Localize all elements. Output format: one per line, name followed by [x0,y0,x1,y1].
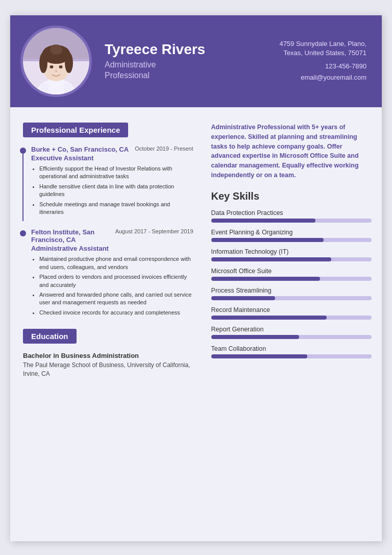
skills-list: Data Protection Practices Event Planning… [211,209,372,358]
exp-bullet: Placed orders to vendors and processed i… [39,273,193,289]
svg-point-10 [50,44,62,55]
skill-bar-fill [211,277,321,281]
exp-bullet: Efficiently support the Head of Investor… [39,165,193,181]
email: email@youremail.com [275,72,366,83]
avatar-wrapper [20,26,92,97]
education-list: Bachelor in Business Administration The … [23,352,193,378]
skill-label: Report Generation [211,326,372,333]
skill-label: Team Collaboration [211,345,372,352]
skill-bar-fill [211,296,276,300]
avatar [23,28,89,94]
education-header: Education [23,329,77,344]
skill-bar-bg [211,277,372,281]
skill-bar-bg [211,354,372,358]
skill-label: Process Streamlining [211,287,372,294]
experience-header: Professional Experience [23,123,128,137]
exp-header-row: Felton Institute, San Francisco, CA Augu… [31,228,193,244]
exp-bullet: Answered and forwarded phone calls, and … [39,291,193,307]
header-section: Tyreece Rivers Administrative Profession… [10,15,382,107]
skill-item: Report Generation [211,326,372,339]
candidate-title: Administrative Professional [105,60,264,81]
exp-dates: October 2019 - Present [135,146,193,152]
candidate-name: Tyreece Rivers [105,41,264,58]
exp-bullets: Maintained productive phone and email co… [31,255,193,317]
skill-bar-fill [211,238,324,242]
education-section: Education Bachelor in Business Administr… [23,329,193,378]
skill-item: Record Maintenance [211,306,372,320]
skill-label: Microsoft Office Suite [211,268,372,275]
svg-point-13 [55,70,57,72]
skill-item: Process Streamlining [211,287,372,300]
exp-bullet: Maintained productive phone and email co… [39,255,193,271]
skill-bar-bg [211,257,372,261]
skill-item: Event Planning & Organizing [211,229,372,242]
skill-bar-bg [211,238,372,242]
skill-label: Record Maintenance [211,306,372,313]
left-column: Professional Experience Burke + Co, San … [10,117,204,383]
svg-point-11 [50,65,54,68]
skill-bar-fill [211,335,300,339]
exp-line [22,153,23,221]
exp-role: Administrative Assistant [31,245,193,252]
exp-dot [20,230,26,236]
skill-bar-fill [211,257,332,261]
skill-item: Team Collaboration [211,345,372,358]
exp-company: Burke + Co, San Francisco, CA [31,146,129,153]
header-contact: 4759 Sunnydale Lane, Plano, Texas, Unite… [264,39,366,84]
education-entry: Bachelor in Business Administration The … [23,352,193,378]
exp-bullet: Schedule meetings and manage travel book… [39,201,193,216]
body-section: Professional Experience Burke + Co, San … [10,107,382,394]
edu-degree: Bachelor in Business Administration [23,352,193,359]
experience-entry: Felton Institute, San Francisco, CA Augu… [23,228,193,317]
exp-dates: August 2017 - September 2019 [115,228,193,234]
skill-item: Microsoft Office Suite [211,268,372,281]
address: 4759 Sunnydale Lane, Plano, Texas, Unite… [275,39,366,58]
experience-list: Burke + Co, San Francisco, CA October 20… [23,146,193,317]
skill-item: Information Technology (IT) [211,248,372,261]
edu-institution: The Paul Merage School of Business, Univ… [23,361,193,378]
exp-header-row: Burke + Co, San Francisco, CA October 20… [31,146,193,153]
experience-section: Professional Experience Burke + Co, San … [23,123,193,317]
skills-title: Key Skills [211,190,372,202]
summary-text: Administrative Professional with 5+ year… [211,123,372,180]
skill-label: Data Protection Practices [211,209,372,216]
skill-bar-bg [211,296,372,300]
resume-container: Tyreece Rivers Administrative Profession… [10,15,382,541]
experience-entry: Burke + Co, San Francisco, CA October 20… [23,146,193,216]
skill-bar-bg [211,335,372,339]
exp-company: Felton Institute, San Francisco, CA [31,228,111,244]
skill-bar-fill [211,219,315,223]
exp-bullet: Checked invoice records for accuracy and… [39,309,193,317]
skill-label: Information Technology (IT) [211,248,372,255]
skill-bar-fill [211,354,308,358]
exp-role: Executive Assistant [31,154,193,162]
skill-label: Event Planning & Organizing [211,229,372,236]
skill-item: Data Protection Practices [211,209,372,223]
exp-bullet: Handle sensitive client data in line wit… [39,183,193,199]
exp-bullets: Efficiently support the Head of Investor… [31,165,193,216]
header-info: Tyreece Rivers Administrative Profession… [92,41,264,81]
skill-bar-fill [211,316,327,320]
skill-bar-bg [211,316,372,320]
right-column: Administrative Professional with 5+ year… [204,117,382,383]
skill-bar-bg [211,219,372,223]
phone: 123-456-7890 [275,61,366,72]
svg-point-12 [59,65,63,68]
